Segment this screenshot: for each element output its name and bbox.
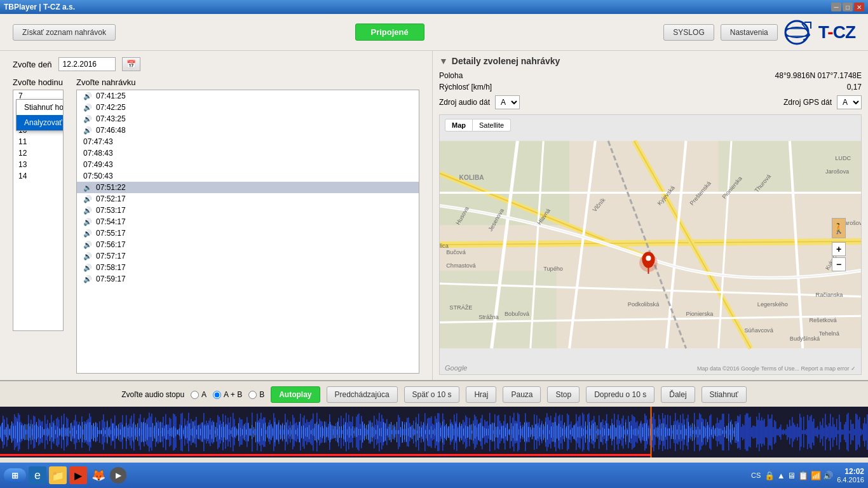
audio-source-label: Zdroj audio dát	[439, 98, 490, 107]
logo-icon	[784, 17, 818, 48]
recording-item[interactable]: 🔊07:42:25	[77, 102, 419, 113]
maximize-button[interactable]: □	[843, 3, 853, 11]
stop-button[interactable]: Stop	[547, 386, 580, 403]
svg-point-54	[646, 255, 651, 261]
settings-button[interactable]: Nastavenia	[721, 24, 778, 41]
context-item-download[interactable]: Stiahnuť hodinu	[17, 100, 64, 115]
recording-time: 07:47:43	[83, 137, 113, 146]
hour-item[interactable]: 12	[13, 147, 63, 159]
gps-source-select[interactable]: A B	[837, 95, 862, 109]
recording-item[interactable]: 🔊07:51:22	[77, 182, 419, 193]
recording-item[interactable]: 07:47:43	[77, 136, 419, 147]
recording-item[interactable]: 🔊07:56:17	[77, 239, 419, 250]
play-button[interactable]: Hraj	[466, 386, 496, 403]
left-panel: Zvoľte deň 📅 Zvoľte hodinu 7 8 9 10 11 1…	[0, 51, 432, 380]
recording-time: 07:51:22	[96, 183, 126, 192]
hour-item[interactable]: 13	[13, 159, 63, 170]
map-tab-satellite[interactable]: Satellite	[473, 119, 511, 132]
main-window: Získať zoznam nahrávok Pripojené SYSLOG …	[0, 14, 868, 463]
audio-track-label: Zvoľte audio stopu	[121, 390, 184, 399]
recording-item[interactable]: 🔊07:53:17	[77, 205, 419, 216]
recording-item[interactable]: 🔊07:43:25	[77, 113, 419, 125]
recording-time: 07:55:17	[96, 229, 126, 238]
svg-text:STRÁŽE: STRÁŽE	[449, 304, 472, 311]
taskbar-left: ⊞ e 📁 ▶ 🦊 ▶	[4, 466, 126, 484]
close-button[interactable]: ✕	[854, 3, 864, 11]
calendar-button[interactable]: 📅	[122, 57, 140, 71]
taskbar-play-icon[interactable]: ▶	[110, 467, 126, 484]
autoplay-button[interactable]: Autoplay	[271, 386, 320, 403]
hour-column: Zvoľte hodinu 7 8 9 10 11 12 13 14 Stiah…	[13, 78, 64, 374]
toolbar-left: Získať zoznam nahrávok	[13, 24, 116, 41]
recording-item[interactable]: 🔊07:41:25	[77, 90, 419, 102]
svg-text:Jarošova: Jarošova	[825, 168, 850, 175]
date-input[interactable]	[58, 57, 116, 71]
get-list-button[interactable]: Získať zoznam nahrávok	[13, 24, 116, 41]
audio-icon: 🔊	[83, 264, 92, 272]
back10-button[interactable]: Späť o 10 s	[404, 386, 460, 403]
waveform-container[interactable]	[0, 407, 868, 458]
minimize-button[interactable]: ─	[831, 3, 841, 11]
svg-text:Súňavcová: Súňavcová	[744, 327, 773, 334]
taskbar-folder-icon[interactable]: 📁	[49, 466, 67, 484]
recording-time: 07:42:25	[96, 103, 126, 112]
details-title: Detaily zvolenej nahrávky	[452, 56, 560, 66]
ie-icon: e	[34, 469, 41, 482]
context-item-analyze[interactable]: Analyzovať hodinu	[17, 115, 64, 130]
taskbar-ie-icon[interactable]: e	[29, 466, 46, 484]
hour-list[interactable]: 7 8 9 10 11 12 13 14 Stiahnuť hodinu Ana…	[13, 90, 64, 331]
track-a-radio[interactable]: A	[191, 390, 207, 399]
connected-button[interactable]: Pripojené	[355, 24, 424, 41]
map-container[interactable]: Husova Jesenova Hlavná Vlčník Kyjevská P…	[439, 114, 862, 375]
context-menu: Stiahnuť hodinu Analyzovať hodinu	[16, 99, 64, 131]
track-b-radio[interactable]: B	[248, 390, 264, 399]
download-button[interactable]: Stiahnuť	[702, 386, 747, 403]
recording-list[interactable]: 🔊07:41:25🔊07:42:25🔊07:43:25🔊07:46:4807:4…	[76, 90, 419, 374]
taskbar-firefox-icon[interactable]: 🦊	[90, 466, 107, 484]
folder-icon: 📁	[51, 470, 64, 482]
speed-label: Rýchlosť [km/h]	[439, 83, 492, 92]
svg-text:Chmastová: Chmastová	[446, 262, 476, 269]
recording-time: 07:46:48	[96, 126, 126, 135]
recording-item[interactable]: 🔊07:46:48	[77, 125, 419, 136]
recording-time: 07:53:17	[96, 206, 126, 215]
gps-source-label: Zdroj GPS dát	[783, 98, 832, 107]
svg-text:LUDC: LUDC	[835, 155, 851, 161]
content-area: Zvoľte deň 📅 Zvoľte hodinu 7 8 9 10 11 1…	[0, 51, 868, 380]
recording-item[interactable]: 🔊07:57:17	[77, 250, 419, 262]
recording-item[interactable]: 🔊07:52:17	[77, 193, 419, 205]
audio-icon: 🔊	[83, 275, 92, 283]
audio-source-select[interactable]: A B	[495, 95, 520, 109]
forward10-button[interactable]: Dopredu o 10 s	[586, 386, 654, 403]
recording-item[interactable]: 07:48:43	[77, 147, 419, 159]
taskbar-right: CS 🔒 ▲ 🖥 📋 📶 🔊 12:02 6.4.2016	[751, 467, 864, 484]
start-button[interactable]: ⊞	[4, 468, 26, 483]
zoom-out-button[interactable]: −	[832, 257, 846, 271]
media-icon: ▶	[74, 470, 82, 482]
hour-item[interactable]: 11	[13, 136, 63, 147]
recording-time: 07:41:25	[96, 92, 126, 100]
pause-button[interactable]: Pauza	[503, 386, 541, 403]
prev-button[interactable]: Predchádzajúca	[327, 386, 398, 403]
track-b-label: B	[259, 390, 264, 399]
recording-item[interactable]: 07:50:43	[77, 170, 419, 182]
recording-item[interactable]: 07:49:43	[77, 159, 419, 170]
waveform-canvas[interactable]	[0, 407, 868, 458]
taskbar-media-icon[interactable]: ▶	[69, 466, 87, 484]
track-ab-radio[interactable]: A + B	[213, 390, 242, 399]
next-button[interactable]: Ďalej	[661, 386, 695, 403]
streetview-button[interactable]: 🚶	[832, 218, 846, 238]
recording-item[interactable]: 🔊07:59:17	[77, 273, 419, 285]
recording-time: 07:52:17	[96, 194, 126, 203]
hour-item[interactable]: 14	[13, 170, 63, 182]
recording-item[interactable]: 🔊07:54:17	[77, 216, 419, 227]
map-tab-map[interactable]: Map	[445, 119, 473, 132]
track-a-label: A	[201, 390, 207, 399]
recording-item[interactable]: 🔊07:55:17	[77, 227, 419, 239]
logo-area: T-CZ	[784, 17, 855, 48]
clock-area[interactable]: 12:02 6.4.2016	[837, 467, 864, 484]
zoom-in-button[interactable]: +	[832, 242, 846, 256]
recording-item[interactable]: 🔊07:58:17	[77, 262, 419, 273]
syslog-button[interactable]: SYSLOG	[663, 24, 714, 41]
hour-label: Zvoľte hodinu	[13, 78, 64, 87]
